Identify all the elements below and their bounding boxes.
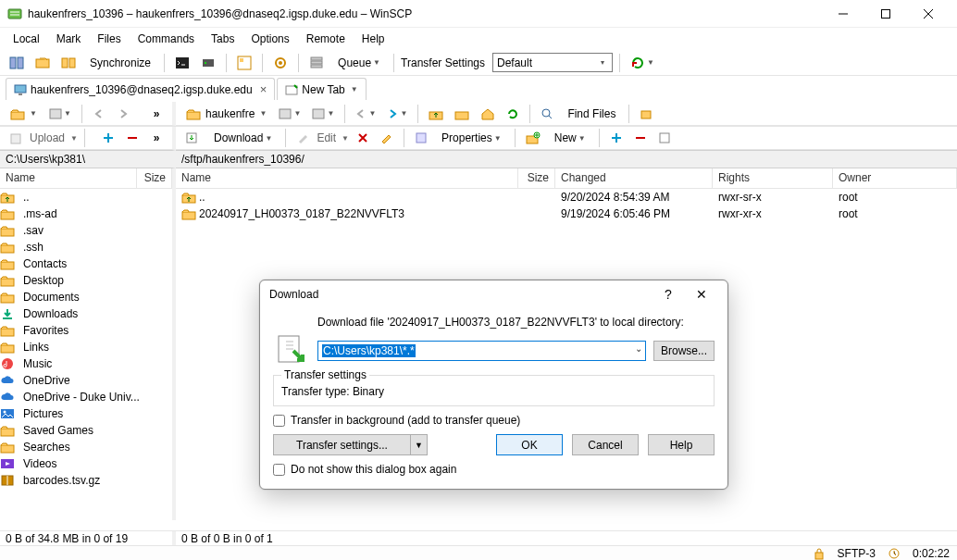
dialog-help-icon[interactable]: ?	[652, 281, 685, 307]
chevron-down-icon[interactable]: ▼	[351, 85, 358, 93]
layout2-icon[interactable]	[233, 53, 255, 73]
root-folder-icon[interactable]	[451, 104, 473, 124]
new-local-icon[interactable]	[98, 128, 118, 148]
close-button[interactable]	[907, 0, 950, 28]
local-back-icon[interactable]	[89, 104, 109, 124]
sync-browse-icon[interactable]	[31, 53, 54, 73]
remote-filter2-icon[interactable]: ▼	[308, 104, 338, 124]
menu-mark[interactable]: Mark	[49, 30, 89, 48]
new-button[interactable]: New▼	[548, 128, 592, 148]
col-rights[interactable]: Rights	[713, 168, 833, 188]
compare-icon[interactable]	[57, 53, 80, 73]
menu-help[interactable]: Help	[354, 30, 392, 48]
queue-icon[interactable]	[305, 53, 328, 73]
list-item[interactable]: ..	[0, 189, 172, 205]
menu-files[interactable]: Files	[90, 30, 128, 48]
list-item[interactable]: barcodes.tsv.gz	[0, 472, 172, 489]
local-expand2-icon[interactable]: »	[146, 128, 167, 148]
list-item[interactable]: Documents	[0, 289, 172, 305]
rename-icon[interactable]	[377, 128, 397, 148]
do-not-show-checkbox[interactable]	[273, 464, 285, 476]
menu-tabs[interactable]: Tabs	[204, 30, 242, 48]
list-item[interactable]: Saved Games	[0, 422, 172, 439]
check-icon[interactable]	[654, 128, 675, 148]
terminal-icon[interactable]	[171, 53, 193, 73]
browse-button[interactable]: Browse...	[653, 341, 715, 361]
target-path-input[interactable]: C:\Users\kp381\*.* ⌄	[317, 341, 646, 361]
chevron-down-icon[interactable]: ▼	[410, 435, 427, 454]
plus-icon[interactable]	[606, 128, 627, 148]
col-size[interactable]: Size	[137, 168, 172, 188]
col-name-r[interactable]: Name	[176, 168, 518, 188]
transfer-settings-combo[interactable]: Default▾	[492, 53, 613, 72]
list-item[interactable]: Favorites	[0, 322, 172, 339]
refresh-icon[interactable]: ▼	[627, 53, 658, 73]
layout-icon[interactable]	[6, 53, 28, 73]
col-changed[interactable]: Changed	[555, 168, 713, 188]
col-name[interactable]: Name	[0, 168, 137, 188]
local-forward-icon[interactable]	[113, 104, 133, 124]
list-item[interactable]: Music	[0, 355, 172, 372]
minimize-button[interactable]	[822, 0, 864, 28]
menu-local[interactable]: Local	[6, 30, 47, 48]
find-files-button[interactable]: Find Files	[561, 104, 622, 124]
list-item[interactable]: 20240917_LH00373_0187_B22NVVFLT39/19/202…	[176, 205, 957, 222]
remote-back-icon[interactable]: ▼	[352, 104, 379, 124]
col-owner[interactable]: Owner	[833, 168, 957, 188]
menu-commands[interactable]: Commands	[130, 30, 202, 48]
tab-close-icon[interactable]: ×	[260, 82, 267, 96]
menu-remote[interactable]: Remote	[299, 30, 353, 48]
list-item[interactable]: Pictures	[0, 405, 172, 422]
list-item[interactable]: .sav	[0, 222, 172, 239]
local-expand-icon[interactable]: »	[146, 104, 167, 124]
refresh-remote-icon[interactable]	[503, 104, 523, 124]
tab-new[interactable]: New Tab ▼	[277, 78, 366, 100]
local-path[interactable]: C:\Users\kp381\	[0, 150, 176, 168]
parent-folder-icon[interactable]	[425, 104, 447, 124]
delete-icon[interactable]	[353, 128, 373, 148]
minus-icon[interactable]	[630, 128, 651, 148]
tab-active-session[interactable]: haukenfrers_10396@dnaseq2.igsp.duke.edu …	[6, 78, 275, 100]
tunnel-icon[interactable]	[197, 53, 219, 73]
remote-forward-icon[interactable]: ▼	[383, 104, 411, 124]
list-item[interactable]: Videos	[0, 455, 172, 472]
gear-icon[interactable]	[269, 53, 292, 73]
properties-icon[interactable]	[411, 128, 431, 148]
list-item[interactable]: Links	[0, 339, 172, 355]
local-file-list[interactable]: ...ms-ad.sav.sshContactsDesktopDocuments…	[0, 189, 172, 520]
help-button[interactable]: Help	[648, 434, 715, 455]
synchronize-button[interactable]: Synchronize	[83, 53, 157, 73]
list-item[interactable]: Searches	[0, 439, 172, 455]
properties-button[interactable]: Properties▼	[435, 128, 508, 148]
download-icon[interactable]	[181, 128, 204, 148]
transfer-settings-button[interactable]: Transfer settings... ▼	[273, 434, 428, 455]
col-size-r[interactable]: Size	[518, 168, 555, 188]
list-item[interactable]: OneDrive - Duke Univ...	[0, 389, 172, 405]
maximize-button[interactable]	[864, 0, 907, 28]
find-files-icon[interactable]	[537, 104, 557, 124]
list-item[interactable]: .ms-ad	[0, 205, 172, 222]
local-filter-icon[interactable]: ▼	[45, 104, 75, 124]
menu-options[interactable]: Options	[243, 30, 296, 48]
remote-folder-button[interactable]: haukenfre▼	[181, 104, 271, 124]
dialog-titlebar[interactable]: Download ? ✕	[260, 280, 727, 308]
list-item[interactable]: OneDrive	[0, 372, 172, 389]
background-checkbox[interactable]	[273, 415, 285, 427]
list-item[interactable]: Downloads	[0, 305, 172, 322]
dialog-close-icon[interactable]: ✕	[685, 281, 718, 307]
chevron-down-icon[interactable]: ⌄	[635, 343, 642, 354]
cancel-button[interactable]: Cancel	[572, 434, 639, 455]
ok-button[interactable]: OK	[496, 434, 563, 455]
bookmark-icon[interactable]	[636, 104, 656, 124]
delete-local-icon[interactable]	[122, 128, 143, 148]
remote-filter-icon[interactable]: ▼	[275, 104, 304, 124]
list-item[interactable]: .ssh	[0, 239, 172, 255]
list-item[interactable]: Desktop	[0, 272, 172, 289]
list-item[interactable]: ..9/20/2024 8:54:39 AMrwxr-sr-xroot	[176, 189, 957, 205]
local-drive-button[interactable]: ▼	[6, 104, 42, 124]
list-item[interactable]: Contacts	[0, 255, 172, 272]
home-icon[interactable]	[477, 104, 499, 124]
queue-button[interactable]: Queue▼	[331, 53, 387, 73]
download-button[interactable]: Download▼	[207, 128, 279, 148]
new-folder-icon[interactable]	[522, 128, 544, 148]
